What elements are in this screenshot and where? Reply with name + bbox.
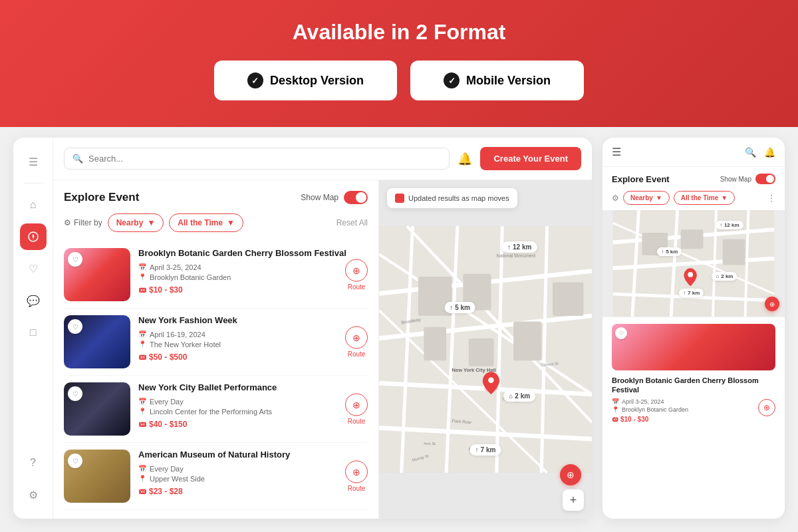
sidebar-item-inbox[interactable]: □ <box>20 319 47 346</box>
calendar-icon: 📅 <box>138 331 146 338</box>
mobile-toggle-knob <box>766 175 774 183</box>
mobile-time-filter-button[interactable]: All the Time ▼ <box>674 191 735 205</box>
mobile-ticket-icon: 🎟 <box>612 416 618 423</box>
nearby-filter-button[interactable]: Nearby ▼ <box>108 213 164 232</box>
search-box[interactable]: 🔍 <box>64 148 450 170</box>
chevron-down-icon: ▼ <box>147 218 155 227</box>
location-icon: 📍 <box>138 273 146 281</box>
map-zoom-button[interactable]: + <box>563 489 584 511</box>
route-button[interactable]: ⊕ Route <box>345 394 368 425</box>
toggle-switch[interactable] <box>344 191 368 204</box>
mobile-menu-button[interactable]: ☰ <box>612 146 621 158</box>
map-update-icon <box>395 194 404 203</box>
time-filter-button[interactable]: All the Time ▼ <box>169 213 243 232</box>
mobile-explore-header: Explore Event Show Map <box>602 167 785 188</box>
mobile-location-icon: 📍 <box>612 406 619 413</box>
event-price: 🎟 $10 - $30 <box>138 285 368 295</box>
event-location: Upper West Side <box>150 475 205 483</box>
mobile-version-button[interactable]: ✓ Mobile Version <box>410 61 584 100</box>
svg-point-29 <box>488 378 493 383</box>
toggle-knob <box>356 192 366 203</box>
desktop-version-button[interactable]: ✓ Desktop Version <box>214 61 397 100</box>
mobile-top-actions: 🔍 🔔 <box>745 147 775 158</box>
event-meta: 📅 April 3-25, 2024 📍 Brooklyn Botanic Ga… <box>138 263 368 281</box>
event-date: Every Day <box>150 465 184 473</box>
show-map-label: Show Map <box>301 193 338 202</box>
table-row: ♡ New York Fashion Week 📅 April 16-19, 2… <box>64 309 368 376</box>
mobile-event-location-row: 📍 Brooklyn Botanic Garden <box>612 406 775 413</box>
event-info: New York City Ballet Performance 📅 Every… <box>138 382 368 436</box>
check-icon-desktop: ✓ <box>247 72 263 88</box>
favorite-button[interactable]: ♡ <box>68 319 82 334</box>
mobile-show-map-toggle[interactable]: Show Map <box>720 174 775 184</box>
route-icon: ⊕ <box>345 259 368 282</box>
desktop-panel: ☰ ⌂ ♡ 💬 □ ? ⚙ 🔍 <box>13 138 592 519</box>
svg-text:National Monument: National Monument <box>497 253 535 258</box>
mobile-distance-12km: ↑12 km <box>716 221 743 229</box>
event-info: New York Fashion Week 📅 April 16-19, 202… <box>138 315 368 368</box>
price-value: $23 - $28 <box>149 487 183 496</box>
mobile-search-button[interactable]: 🔍 <box>745 147 756 158</box>
event-date-row: 📅 Every Day <box>138 465 368 473</box>
mobile-map-svg <box>602 210 785 317</box>
map-location-button-main[interactable]: ⊕ <box>560 464 581 485</box>
route-icon: ⊕ <box>345 327 368 349</box>
notification-bell-button[interactable]: 🔔 <box>458 152 472 166</box>
mobile-favorite-button[interactable]: ♡ <box>615 327 627 339</box>
route-icon: ⊕ <box>345 394 368 416</box>
event-meta: 📅 Every Day 📍 Upper West Side <box>138 465 368 483</box>
nearby-filter-label: Nearby <box>116 218 144 227</box>
mobile-toggle-switch[interactable] <box>755 174 775 184</box>
distance-label-7km: ↑7 km <box>470 444 501 456</box>
event-price: 🎟 $50 - $500 <box>138 352 368 362</box>
header-banner: Available in 2 Format ✓ Desktop Version … <box>0 0 798 127</box>
favorite-button[interactable]: ♡ <box>68 386 82 401</box>
search-input[interactable] <box>88 154 441 164</box>
route-button[interactable]: ⊕ Route <box>345 461 368 492</box>
sidebar-item-settings[interactable]: ⚙ <box>20 481 47 508</box>
main-area: ☰ ⌂ ♡ 💬 □ ? ⚙ 🔍 <box>0 127 798 529</box>
desktop-content: 🔍 🔔 Create Your Event Explore Event Show… <box>53 138 592 519</box>
svg-text:Ann St: Ann St <box>424 442 436 446</box>
mobile-distance-2km: ⌂2 km <box>712 272 737 281</box>
event-location: The New Yorker Hotel <box>150 340 221 348</box>
mobile-filter-right-icon[interactable]: ⋮ <box>767 194 775 203</box>
route-label: Route <box>348 350 366 358</box>
sidebar-item-help[interactable]: ? <box>20 450 47 476</box>
mobile-location-button[interactable]: ⊕ <box>765 297 779 311</box>
mobile-event-image: ♡ <box>612 324 775 370</box>
sidebar-item-heart[interactable]: ♡ <box>20 255 47 282</box>
mobile-event-date-row: 📅 April 3-25, 2024 <box>612 398 775 405</box>
route-label: Route <box>348 485 366 492</box>
event-location-row: 📍 Upper West Side <box>138 475 368 483</box>
sidebar-item-chat[interactable]: 💬 <box>20 287 47 314</box>
sidebar-item-compass[interactable] <box>20 223 47 250</box>
svg-rect-25 <box>469 338 494 366</box>
time-filter-label: All the Time <box>178 218 223 227</box>
sidebar-item-home[interactable]: ⌂ <box>20 192 47 218</box>
event-image-ballet: ♡ <box>64 382 130 436</box>
event-date-row: 📅 April 16-19, 2024 <box>138 331 368 338</box>
event-location-row: 📍 Lincoln Center for the Performing Arts <box>138 408 368 416</box>
split-content: Explore Event Show Map ⚙ Filter by <box>53 180 592 519</box>
mobile-event-info: Brooklyn Botanic Garden Cherry Blossom F… <box>612 376 775 423</box>
route-button[interactable]: ⊕ Route <box>345 259 368 291</box>
ticket-icon: 🎟 <box>138 285 146 295</box>
sidebar: ☰ ⌂ ♡ 💬 □ ? ⚙ <box>13 138 53 519</box>
route-button[interactable]: ⊕ Route <box>345 327 368 358</box>
favorite-button[interactable]: ♡ <box>68 252 82 267</box>
create-event-button[interactable]: Create Your Event <box>480 147 581 170</box>
filter-icon: ⚙ <box>64 218 71 227</box>
mobile-route-button[interactable]: ⊕ <box>758 399 775 416</box>
calendar-icon: 📅 <box>138 398 146 405</box>
event-info: American Museum of Natural History 📅 Eve… <box>138 450 368 503</box>
check-icon-mobile: ✓ <box>444 72 460 88</box>
favorite-button[interactable]: ♡ <box>68 454 82 468</box>
mobile-nearby-filter-button[interactable]: Nearby ▼ <box>623 191 670 205</box>
reset-all-button[interactable]: Reset All <box>336 218 368 227</box>
show-map-toggle[interactable]: Show Map <box>301 191 368 204</box>
distance-label-5km: ↑5 km <box>444 302 475 313</box>
ticket-icon: 🎟 <box>138 420 146 429</box>
sidebar-item-menu[interactable]: ☰ <box>20 148 47 175</box>
mobile-bell-button[interactable]: 🔔 <box>764 147 775 158</box>
